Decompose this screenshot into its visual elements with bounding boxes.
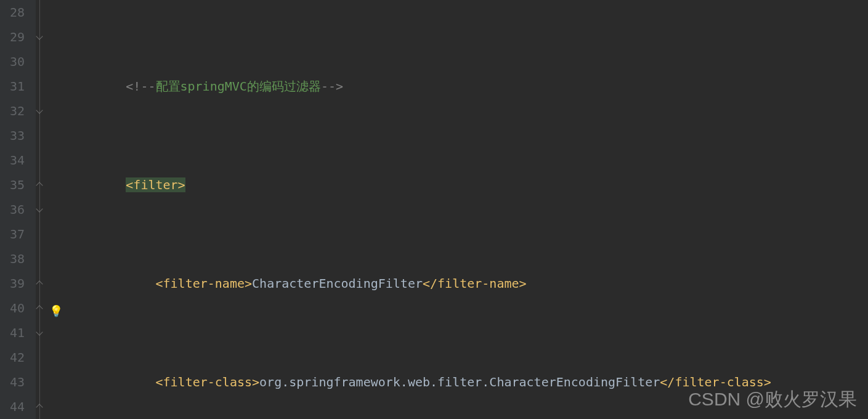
xml-comment-close: --> [321,79,343,94]
line-number: 31 [0,74,25,99]
xml-comment-open: <!-- [126,79,155,94]
code-editor[interactable]: 28 29 30 31 32 33 34 35 36 37 38 39 40 4… [0,0,868,419]
xml-tag: </filter-class> [660,375,771,389]
line-number: 44 [0,394,25,419]
xml-tag: <filter-class> [156,375,260,389]
line-number: 36 [0,197,25,222]
xml-tag: </filter-name> [423,276,527,291]
line-number: 37 [0,222,25,246]
fold-gutter: 💡 [36,0,67,419]
line-number: 29 [0,25,25,49]
line-number-gutter: 28 29 30 31 32 33 34 35 36 37 38 39 40 4… [0,0,36,419]
line-number: 35 [0,173,25,197]
xml-comment-text: 配置springMVC的编码过滤器 [156,79,321,94]
xml-text: CharacterEncodingFilter [252,276,423,291]
line-number: 41 [0,320,25,345]
xml-tag-filter-open: <filter> [126,177,185,192]
xml-text: org.springframework.web.filter.Character… [259,375,660,389]
line-number: 40 [0,296,25,320]
line-number: 34 [0,148,25,173]
lightbulb-icon[interactable]: 💡 [49,299,60,310]
line-number: 28 [0,0,25,25]
line-number: 38 [0,246,25,271]
line-number: 43 [0,370,25,394]
line-number: 42 [0,345,25,370]
code-area[interactable]: <!--配置springMVC的编码过滤器--> <filter> <filte… [67,0,868,419]
code-line: <filter-class>org.springframework.web.fi… [67,370,868,394]
line-number: 33 [0,123,25,148]
code-line: <!--配置springMVC的编码过滤器--> [67,74,868,99]
line-number: 32 [0,99,25,123]
xml-tag: <filter-name> [156,276,253,291]
line-number: 39 [0,271,25,296]
code-line: <filter-name>CharacterEncodingFilter</fi… [67,271,868,296]
line-number: 30 [0,49,25,74]
code-line: <filter> [67,173,868,197]
